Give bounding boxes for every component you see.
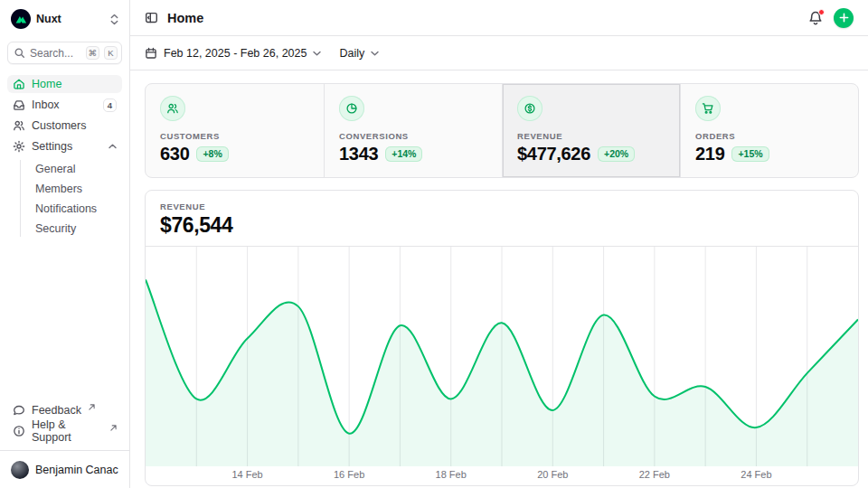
stat-value: 219 [695, 144, 724, 164]
users-icon [13, 119, 25, 132]
search-icon [14, 47, 25, 59]
plus-icon [839, 13, 849, 23]
users-icon [160, 96, 185, 121]
sidebar-item-members[interactable]: Members [32, 180, 122, 197]
kbd-meta: ⌘ [86, 46, 100, 60]
avatar [11, 461, 29, 479]
stat-customers[interactable]: CUSTOMERS 630 +8% [146, 84, 324, 177]
sidebar-item-home[interactable]: Home [7, 75, 122, 93]
sidebar-nav: Home Inbox 4 C [7, 75, 122, 237]
page-header: Home [130, 0, 868, 36]
stat-delta-badge: +15% [731, 146, 769, 162]
submenu-label: Notifications [35, 202, 97, 215]
filters-toolbar: Feb 12, 2025 - Feb 26, 2025 Daily [130, 36, 868, 70]
chart-metric-label: REVENUE [160, 202, 844, 211]
notifications-button[interactable] [808, 11, 823, 25]
info-circle-icon [13, 425, 25, 437]
page-title: Home [167, 11, 203, 25]
inbox-icon [13, 99, 25, 111]
sidebar-item-label: Settings [32, 140, 72, 153]
chevrons-up-down-icon [110, 14, 118, 25]
dashboard-content: CUSTOMERS 630 +8% CONVERSIONS 1343 [130, 70, 868, 488]
x-tick-label: 20 Feb [537, 469, 568, 480]
notification-dot [818, 9, 825, 15]
chart-metric-value: $76,544 [160, 213, 844, 238]
help-support-link[interactable]: Help & Support [7, 422, 122, 440]
stat-value: 1343 [339, 144, 378, 164]
x-tick-label: 22 Feb [639, 469, 670, 480]
stat-value: 630 [160, 144, 189, 164]
divider [0, 450, 129, 451]
chart-canvas [146, 247, 858, 466]
chart-x-axis: 14 Feb16 Feb18 Feb20 Feb22 Feb24 Feb [146, 466, 858, 485]
nuxt-logo-icon [11, 9, 31, 29]
sidebar-item-customers[interactable]: Customers [7, 117, 122, 135]
revenue-chart-card: REVENUE $76,544 14 Feb16 Feb18 Feb20 Feb… [145, 190, 859, 486]
chat-bubble-icon [13, 404, 25, 417]
sidebar-item-notifications[interactable]: Notifications [32, 200, 122, 217]
x-tick-label: 18 Feb [436, 469, 467, 480]
external-link-icon [110, 425, 117, 431]
add-button[interactable] [834, 8, 854, 28]
shopping-cart-icon [695, 96, 721, 121]
period-value: Daily [339, 47, 364, 60]
main-area: Home [130, 0, 868, 488]
stats-row: CUSTOMERS 630 +8% CONVERSIONS 1343 [145, 83, 859, 178]
sidebar-item-security[interactable]: Security [32, 220, 122, 237]
stat-label: ORDERS [695, 131, 844, 141]
footer-link-label: Feedback [32, 404, 81, 417]
submenu-label: Security [35, 222, 76, 235]
chevron-up-icon [108, 144, 117, 149]
settings-submenu: General Members Notifications Security [20, 160, 122, 237]
chart-pie-icon [339, 96, 364, 121]
sidebar-item-label: Customers [32, 119, 86, 132]
calendar-icon [145, 47, 157, 60]
x-tick-label: 24 Feb [741, 469, 771, 480]
chevron-down-icon [313, 51, 321, 56]
sidebar-footer: Feedback Help & Support Ben [7, 401, 122, 481]
sidebar-item-settings[interactable]: Settings [7, 137, 122, 155]
stat-label: CONVERSIONS [339, 131, 487, 141]
sidebar-item-general[interactable]: General [32, 160, 122, 177]
stat-orders[interactable]: ORDERS 219 +15% [680, 84, 858, 177]
search-placeholder: Search... [30, 47, 81, 60]
sidebar-item-label: Home [32, 78, 61, 90]
period-select[interactable]: Daily [339, 47, 379, 60]
feedback-link[interactable]: Feedback [7, 401, 122, 419]
search-input[interactable]: Search... ⌘ K [7, 42, 122, 64]
stat-value: $477,626 [517, 144, 590, 164]
chevron-down-icon [371, 51, 379, 56]
sidebar-item-label: Inbox [32, 99, 60, 111]
stat-delta-badge: +8% [196, 146, 228, 162]
stat-conversions[interactable]: CONVERSIONS 1343 +14% [324, 84, 502, 177]
app-window: Nuxt Search... ⌘ K [0, 0, 868, 488]
stat-delta-badge: +14% [385, 146, 422, 162]
sidebar-collapse-button[interactable] [145, 11, 158, 24]
kbd-k: K [104, 46, 118, 60]
team-switcher[interactable]: Nuxt [7, 6, 122, 32]
x-tick-label: 16 Feb [334, 469, 364, 480]
submenu-label: Members [35, 183, 82, 195]
stat-revenue[interactable]: REVENUE $477,626 +20% [502, 84, 680, 177]
footer-link-label: Help & Support [32, 418, 103, 444]
chart-header: REVENUE $76,544 [146, 191, 858, 247]
dollar-circle-icon [517, 96, 542, 121]
external-link-icon [89, 404, 95, 410]
stat-delta-badge: +20% [598, 146, 635, 162]
user-name: Benjamin Canac [35, 464, 118, 476]
team-name: Nuxt [36, 13, 61, 25]
home-icon [13, 78, 25, 90]
date-range-picker[interactable]: Feb 12, 2025 - Feb 26, 2025 [145, 47, 321, 60]
gear-icon [13, 140, 25, 153]
sidebar-item-inbox[interactable]: Inbox 4 [7, 96, 122, 114]
inbox-count-badge: 4 [103, 99, 117, 112]
sidebar: Nuxt Search... ⌘ K [0, 0, 130, 488]
stat-label: CUSTOMERS [160, 131, 309, 141]
user-menu[interactable]: Benjamin Canac [7, 454, 122, 481]
stat-label: REVENUE [517, 131, 665, 141]
date-range-value: Feb 12, 2025 - Feb 26, 2025 [164, 47, 307, 60]
area-chart[interactable] [146, 247, 858, 466]
x-tick-label: 14 Feb [231, 469, 262, 480]
submenu-label: General [35, 163, 75, 175]
